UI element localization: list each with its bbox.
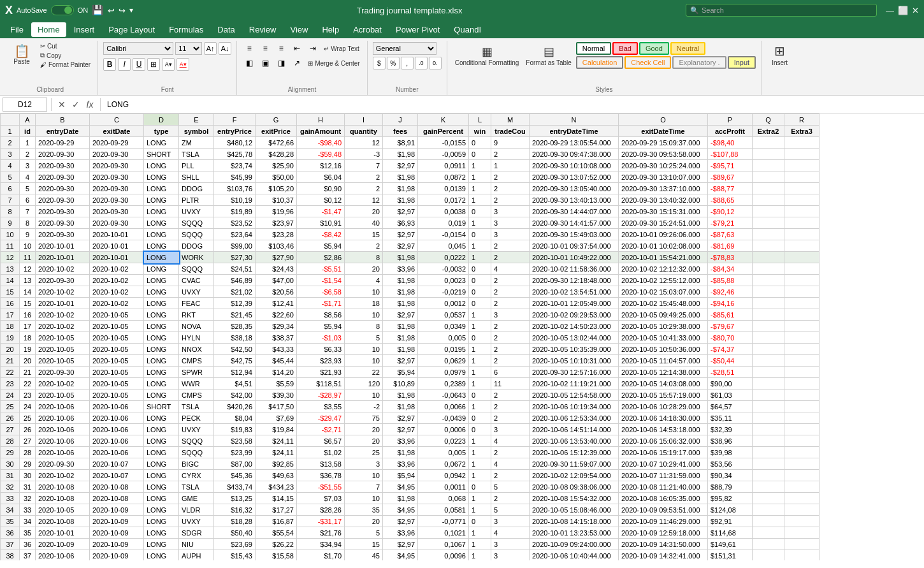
border-button[interactable]: ⊞ bbox=[147, 58, 160, 71]
table-cell[interactable]: LONG bbox=[144, 378, 179, 390]
table-cell[interactable]: -$85,61 bbox=[708, 309, 753, 321]
table-cell[interactable]: 2020-10-01 bbox=[36, 298, 90, 309]
table-cell[interactable]: 2020-10-06 14:53:18.000 bbox=[619, 424, 708, 435]
table-cell[interactable]: 0,0911 bbox=[418, 160, 469, 171]
table-cell[interactable]: 2020-10-01 bbox=[36, 252, 90, 263]
table-cell[interactable]: 2020-10-02 bbox=[36, 470, 90, 481]
table-cell[interactable]: 6 bbox=[20, 194, 36, 206]
table-cell[interactable]: NIU bbox=[179, 539, 214, 550]
table-cell[interactable]: 2020-10-06 15:12:39.000 bbox=[530, 447, 619, 458]
table-cell[interactable]: -0,0154 bbox=[418, 229, 469, 240]
align-top-right-btn[interactable]: ≡ bbox=[274, 42, 288, 55]
table-cell[interactable]: -0,0771 bbox=[418, 516, 469, 527]
table-cell[interactable]: 2020-09-30 bbox=[36, 149, 90, 160]
table-cell[interactable]: LONG bbox=[144, 493, 179, 504]
table-cell[interactable]: 2 bbox=[491, 470, 530, 481]
style-input-btn[interactable]: Input bbox=[728, 56, 756, 69]
indent-increase-btn[interactable]: ⇥ bbox=[306, 42, 320, 55]
table-cell[interactable]: $2,97 bbox=[383, 160, 418, 171]
table-cell[interactable]: $42,00 bbox=[214, 390, 256, 401]
table-cell[interactable]: 1 bbox=[491, 160, 530, 171]
table-cell[interactable]: 2020-10-02 bbox=[36, 321, 90, 332]
table-cell[interactable]: -0,0439 bbox=[418, 412, 469, 424]
table-cell[interactable]: -$107,88 bbox=[708, 149, 753, 160]
style-check-cell-btn[interactable]: Check Cell bbox=[624, 56, 671, 69]
table-cell[interactable]: 0 bbox=[469, 516, 491, 527]
table-cell[interactable]: -$8,42 bbox=[297, 229, 345, 240]
table-cell[interactable]: $7,03 bbox=[297, 493, 345, 504]
table-cell[interactable]: UVXY bbox=[179, 424, 214, 435]
table-cell[interactable]: 3 bbox=[491, 550, 530, 561]
table-cell[interactable]: -$84,34 bbox=[708, 263, 753, 275]
orientation-btn[interactable]: ↗ bbox=[290, 57, 304, 69]
table-cell[interactable]: LONG bbox=[144, 481, 179, 493]
table-cell[interactable]: LONG bbox=[144, 424, 179, 435]
table-cell[interactable] bbox=[784, 458, 819, 470]
table-cell[interactable]: $12,94 bbox=[214, 367, 256, 378]
cell-reference[interactable] bbox=[3, 98, 47, 112]
table-cell[interactable] bbox=[753, 194, 784, 206]
table-cell[interactable]: -$1,47 bbox=[297, 206, 345, 217]
table-cell[interactable]: PECK bbox=[179, 412, 214, 424]
table-cell[interactable] bbox=[784, 493, 819, 504]
table-cell[interactable]: $0,12 bbox=[297, 194, 345, 206]
table-cell[interactable] bbox=[784, 390, 819, 401]
table-cell[interactable]: 10 bbox=[345, 355, 383, 367]
table-cell[interactable]: $25,90 bbox=[256, 160, 297, 171]
table-cell[interactable]: 2020-09-29 15:09:37.000 bbox=[619, 137, 708, 149]
table-cell[interactable]: 0 bbox=[469, 263, 491, 275]
table-cell[interactable]: 2 bbox=[345, 183, 383, 194]
table-cell[interactable]: 2020-09-30 bbox=[36, 217, 90, 229]
table-cell[interactable]: ZM bbox=[179, 137, 214, 149]
table-cell[interactable]: 2020-10-09 14:31:50.000 bbox=[619, 539, 708, 550]
header-cell-entryDateTime[interactable]: entryDateTime bbox=[530, 126, 619, 137]
table-cell[interactable] bbox=[753, 412, 784, 424]
table-cell[interactable]: LONG bbox=[144, 550, 179, 561]
table-cell[interactable]: 1 bbox=[469, 194, 491, 206]
table-cell[interactable] bbox=[753, 401, 784, 412]
table-cell[interactable] bbox=[753, 240, 784, 252]
table-cell[interactable]: 2 bbox=[491, 194, 530, 206]
table-cell[interactable]: $14,15 bbox=[256, 493, 297, 504]
table-cell[interactable]: 2020-10-06 10:19:34.000 bbox=[530, 401, 619, 412]
table-cell[interactable]: $417,50 bbox=[256, 401, 297, 412]
table-cell[interactable] bbox=[753, 367, 784, 378]
table-cell[interactable]: $26,22 bbox=[256, 539, 297, 550]
menu-quandl[interactable]: QuandI bbox=[447, 22, 487, 37]
table-cell[interactable]: $2,97 bbox=[383, 206, 418, 217]
col-header-p[interactable]: P bbox=[708, 114, 753, 126]
col-header-i[interactable]: I bbox=[345, 114, 383, 126]
table-cell[interactable]: $10,89 bbox=[383, 378, 418, 390]
table-cell[interactable]: -$2,71 bbox=[297, 424, 345, 435]
table-cell[interactable]: 2020-10-06 bbox=[36, 412, 90, 424]
table-cell[interactable]: $103,46 bbox=[256, 240, 297, 252]
table-cell[interactable]: LONG bbox=[144, 183, 179, 194]
table-cell[interactable]: $1,98 bbox=[383, 332, 418, 344]
table-cell[interactable] bbox=[753, 504, 784, 516]
table-cell[interactable]: 2020-10-06 14:18:30.000 bbox=[619, 412, 708, 424]
table-cell[interactable]: $34,94 bbox=[297, 539, 345, 550]
paste-button[interactable]: 📋 Paste bbox=[8, 42, 36, 68]
table-cell[interactable]: 2020-09-30 bbox=[36, 194, 90, 206]
table-cell[interactable]: LONG bbox=[144, 321, 179, 332]
table-cell[interactable]: 2020-10-07 11:31:59.000 bbox=[619, 470, 708, 481]
style-bad-btn[interactable]: Bad bbox=[612, 42, 638, 55]
style-neutral-btn[interactable]: Neutral bbox=[670, 42, 705, 55]
table-cell[interactable] bbox=[753, 149, 784, 160]
table-cell[interactable]: 1 bbox=[469, 321, 491, 332]
table-cell[interactable] bbox=[784, 504, 819, 516]
table-cell[interactable]: $2,97 bbox=[383, 309, 418, 321]
table-cell[interactable]: 2020-09-30 09:53:58.000 bbox=[619, 149, 708, 160]
table-cell[interactable]: CVAC bbox=[179, 275, 214, 286]
table-cell[interactable]: 2020-10-07 10:29:41.000 bbox=[619, 458, 708, 470]
table-cell[interactable]: -$51,55 bbox=[297, 481, 345, 493]
table-cell[interactable]: TSLA bbox=[179, 401, 214, 412]
table-cell[interactable]: 1 bbox=[469, 183, 491, 194]
table-cell[interactable] bbox=[784, 481, 819, 493]
table-cell[interactable]: 18 bbox=[345, 298, 383, 309]
table-cell[interactable] bbox=[753, 171, 784, 183]
menu-view[interactable]: View bbox=[284, 22, 314, 37]
table-cell[interactable]: 2020-10-05 10:10:31.000 bbox=[530, 355, 619, 367]
table-cell[interactable]: $47,00 bbox=[256, 275, 297, 286]
row-number-15[interactable]: 15 bbox=[1, 286, 20, 298]
